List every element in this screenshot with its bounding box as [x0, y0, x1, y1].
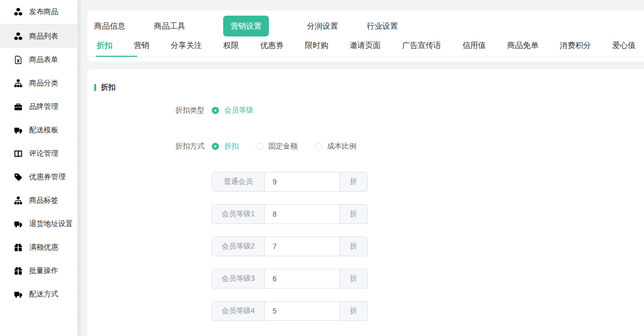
section-title: 折扣 [101, 83, 115, 92]
level-input-group: 普通会员 折 [212, 172, 368, 192]
unit-label: 折 [339, 237, 367, 256]
tab-industry-settings[interactable]: 行业设置 [367, 21, 398, 31]
briefcase-icon [14, 103, 22, 111]
level-discount-input[interactable] [265, 172, 339, 191]
sidebar-item-label: 退货地址设置 [29, 219, 73, 229]
sidebar-item-label: 批量操作 [29, 266, 58, 276]
truck-icon [14, 220, 22, 228]
unit-label: 折 [339, 205, 367, 223]
level-input-wrap: 会员等级4 折 [212, 301, 368, 321]
cubes-icon [14, 32, 22, 41]
level-name: 会员等级4 [212, 302, 265, 320]
tab-marketing-settings[interactable]: 营销设置 [223, 16, 269, 36]
discount-panel: 折扣 折扣类型 会员等级 折扣方式 折扣 [87, 69, 644, 336]
subtab-consume-points[interactable]: 消费积分 [560, 39, 591, 57]
discount-mode-label: 折扣方式 [94, 142, 204, 151]
sidebar-scrollbar[interactable] [77, 0, 82, 336]
discount-type-options: 会员等级 [212, 106, 271, 115]
level-input-group: 会员等级4 折 [212, 301, 368, 321]
radio-dot-icon [256, 143, 263, 150]
radio-cost-ratio[interactable]: 成本比例 [315, 142, 356, 151]
tabs-card: 商品信息 商品工具 营销设置 分润设置 行业设置 折扣 营销 分享关注 权限 优… [87, 10, 644, 61]
subtab-free-order[interactable]: 商品免单 [507, 39, 538, 57]
radio-label: 折扣 [224, 142, 239, 151]
sidebar-item-label: 配送模板 [29, 126, 58, 135]
section-accent-bar [94, 84, 96, 91]
truck-icon [14, 290, 22, 298]
cubes-icon [14, 8, 22, 16]
gift-icon [14, 243, 22, 252]
sidebar-item-label: 发布商品 [29, 7, 58, 17]
tab-product-tools[interactable]: 商品工具 [154, 21, 185, 31]
subtab-coupon[interactable]: 优惠券 [260, 39, 284, 57]
level-input-group: 会员等级3 折 [212, 269, 368, 289]
tab-product-info[interactable]: 商品信息 [94, 21, 125, 31]
sidebar-item-product-tags[interactable]: 商品标签 [0, 189, 77, 212]
level-discount-input[interactable] [265, 237, 339, 256]
level-name: 会员等级2 [212, 237, 265, 256]
top-tab-bar: 商品信息 商品工具 营销设置 分润设置 行业设置 [87, 16, 644, 36]
discount-type-row: 折扣类型 会员等级 [94, 106, 644, 115]
sub-tab-bar: 折扣 营销 分享关注 权限 优惠券 限时购 邀请页面 广告宣传语 信用值 商品免… [87, 39, 644, 57]
subtab-invite-page[interactable]: 邀请页面 [350, 39, 381, 57]
radio-member-level[interactable]: 会员等级 [212, 106, 253, 115]
radio-dot-icon [212, 143, 219, 150]
radio-fixed-amount[interactable]: 固定金额 [256, 142, 298, 151]
member-level-row: 会员等级4 折 [94, 301, 644, 321]
sidebar-item-product-form[interactable]: 商品表单 [0, 48, 77, 71]
radio-label: 成本比例 [327, 142, 356, 151]
level-discount-input[interactable] [265, 302, 339, 320]
subtab-credit-value[interactable]: 信用值 [462, 39, 486, 57]
columns-icon [14, 150, 22, 158]
level-name: 会员等级1 [212, 205, 265, 223]
sidebar-item-label: 满额优惠 [29, 243, 58, 252]
subtab-discount[interactable]: 折扣 [97, 39, 112, 57]
sidebar: 发布商品 商品列表 商品表单 商品分类 品牌管理 配送模板 评论管理 优惠券管理… [0, 0, 77, 336]
unit-label: 折 [339, 172, 367, 191]
sidebar-item-shipping-template[interactable]: 配送模板 [0, 118, 77, 142]
main-area: 商品信息 商品工具 营销设置 分润设置 行业设置 折扣 营销 分享关注 权限 优… [87, 0, 644, 336]
sidebar-item-publish-product[interactable]: 发布商品 [0, 0, 77, 24]
sidebar-item-full-discount[interactable]: 满额优惠 [0, 235, 77, 259]
sidebar-item-product-list[interactable]: 商品列表 [0, 24, 77, 48]
level-input-group: 会员等级1 折 [212, 204, 368, 224]
level-input-wrap: 会员等级3 折 [212, 269, 368, 289]
subtab-love-value[interactable]: 爱心值 [612, 39, 636, 57]
radio-dot-icon [315, 143, 322, 150]
subtab-flash-sale[interactable]: 限时购 [305, 39, 328, 57]
level-discount-input[interactable] [265, 205, 339, 223]
member-level-row: 会员等级3 折 [94, 269, 644, 289]
sidebar-item-return-address[interactable]: 退货地址设置 [0, 212, 77, 235]
sidebar-item-label: 配送方式 [29, 290, 58, 299]
truck-icon [14, 126, 22, 134]
level-input-group: 会员等级2 折 [212, 237, 368, 256]
sidebar-item-product-category[interactable]: 商品分类 [0, 71, 77, 95]
sidebar-item-label: 商品表单 [29, 55, 58, 65]
sidebar-item-delivery-method[interactable]: 配送方式 [0, 282, 77, 306]
section-header: 折扣 [94, 83, 644, 92]
subtab-marketing[interactable]: 营销 [134, 39, 149, 57]
radio-label: 固定金额 [268, 142, 298, 151]
sidebar-item-comment-management[interactable]: 评论管理 [0, 142, 77, 165]
sidebar-item-label: 评论管理 [29, 149, 58, 158]
sidebar-item-label: 优惠券管理 [29, 172, 66, 182]
subtab-ad-slogan[interactable]: 广告宣传语 [402, 39, 441, 57]
unit-label: 折 [339, 302, 367, 320]
discount-mode-options: 折扣 固定金额 成本比例 [212, 142, 373, 151]
file-excel-icon [14, 56, 22, 64]
member-level-row: 会员等级1 折 [94, 204, 644, 224]
member-level-row: 普通会员 折 [94, 172, 644, 192]
subtab-share-follow[interactable]: 分享关注 [171, 39, 202, 57]
discount-form: 折扣类型 会员等级 折扣方式 折扣 固定 [94, 106, 644, 321]
tab-profit-settings[interactable]: 分润设置 [307, 21, 338, 31]
sidebar-item-batch-operation[interactable]: 批量操作 [0, 259, 77, 282]
gift-icon [14, 267, 22, 275]
subtab-permission[interactable]: 权限 [223, 39, 239, 57]
level-discount-input[interactable] [265, 269, 339, 288]
member-level-row: 会员等级2 折 [94, 237, 644, 256]
sidebar-item-brand-management[interactable]: 品牌管理 [0, 95, 77, 118]
sitemap-icon [14, 79, 22, 88]
tag-icon [14, 173, 22, 181]
sidebar-item-coupon-management[interactable]: 优惠券管理 [0, 165, 77, 189]
radio-discount[interactable]: 折扣 [212, 142, 239, 151]
